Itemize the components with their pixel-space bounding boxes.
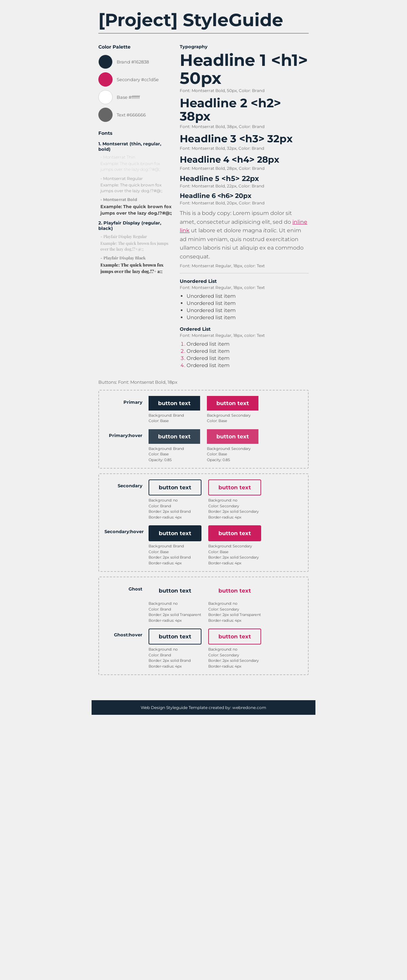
btn-item-ghost-brand: button text Background: noColor: BrandBo…: [149, 583, 201, 623]
buttons-font-note: Font: Montserrat Bold, 18px: [118, 379, 177, 385]
ghost-secondary-hover-desc: Background: noColor: SecondaryBorder: 2p…: [208, 646, 259, 669]
h6-sub: Font: Montserrat Bold, 20px, Color: Bran…: [180, 200, 309, 205]
secondary-secondary-hover-desc: Background: SecondaryColor: BaseBorder: …: [208, 543, 259, 566]
color-swatch-secondary: [98, 72, 112, 87]
footer: Web Design Styleguide Template created b…: [92, 700, 315, 715]
ghost-brand-desc: Background: noColor: BrandBorder: 2px so…: [149, 601, 201, 623]
button-group-ghost: Ghost button text Background: noColor: B…: [98, 577, 309, 675]
secondary-secondary-hover-button[interactable]: button text: [208, 525, 261, 541]
color-label-base: Base #ffffff: [117, 94, 140, 100]
primary-brand-hover-button[interactable]: button text: [149, 429, 200, 444]
primary-brand-desc: Background: BrandColor: Base: [149, 412, 184, 424]
color-item-base: Base #ffffff: [98, 90, 173, 104]
button-pair-ghost: button text Background: noColor: BrandBo…: [149, 583, 261, 623]
header-divider: [98, 33, 309, 33]
color-swatch-text: [98, 108, 112, 122]
font-variant-montserrat-thin: - Montserrat Thin: [100, 154, 173, 160]
ghost-brand-hover-button[interactable]: button text: [149, 628, 201, 644]
right-column: Typography Headline 1 <h1> 50px Font: Mo…: [180, 44, 309, 375]
fonts-title: Fonts: [98, 130, 173, 136]
font-variant-montserrat-regular: - Montserrat Regular: [100, 176, 173, 181]
list-item: Ordered list item: [187, 340, 309, 347]
h4-sub: Font: Montserrat Bold, 28px, Color: Bran…: [180, 166, 309, 171]
btn-item-secondary-secondary-hover: button text Background: SecondaryColor: …: [208, 525, 261, 566]
inline-link[interactable]: inline link: [180, 219, 307, 234]
ghost-label: Ghost: [105, 583, 149, 592]
font-example-montserrat-regular: Example: The quick brown fox jumps over …: [100, 182, 173, 194]
footer-text: Web Design Styleguide Template created b…: [141, 705, 266, 710]
h4-demo: Headline 4 <h4> 28px: [180, 154, 309, 165]
secondary-brand-desc: Background: noColor: BrandBorder: 2px so…: [149, 498, 191, 520]
primary-secondary-button[interactable]: button text: [207, 396, 258, 410]
btn-item-ghost-secondary-hover: button text Background: noColor: Seconda…: [208, 628, 261, 669]
btn-item-primary-secondary-hover: button text Background: SecondaryColor: …: [207, 429, 258, 463]
ghost-secondary-button[interactable]: button text: [208, 583, 261, 599]
ghost-brand-button[interactable]: button text: [149, 583, 201, 599]
button-row-ghost-hover: Ghost:hover button text Background: noCo…: [105, 628, 302, 669]
buttons-section: Buttons: Font: Montserrat Bold, 18px Pri…: [98, 379, 309, 675]
color-item-text: Text #666666: [98, 108, 173, 122]
list-item: Unordered list item: [187, 293, 309, 299]
body-divider: [180, 273, 309, 274]
button-row-primary: Primary button text Background: BrandCol…: [105, 396, 302, 424]
color-item-brand: Brand #162838: [98, 55, 173, 69]
typography-title: Typography: [180, 44, 309, 49]
secondary-brand-hover-button[interactable]: button text: [149, 525, 201, 541]
list-item: Unordered list item: [187, 307, 309, 313]
body-copy-sub: Font: Montserrat Regular, 18px, color: T…: [180, 263, 309, 268]
ordered-list-sub: Font: Montserrat Regular, 18px, color: T…: [180, 333, 309, 338]
font-group-playfair: 2. Playfair Display (regular, black) - P…: [98, 220, 173, 274]
left-column: Color Palette Brand #162838 Secondary #c…: [98, 44, 173, 278]
secondary-secondary-button[interactable]: button text: [208, 479, 261, 495]
primary-secondary-desc: Background: SecondaryColor: Base: [207, 412, 251, 424]
font-example-playfair-regular: Example: The quick brown fox jumps over …: [100, 240, 173, 252]
ordered-list-title: Ordered List: [180, 326, 309, 332]
button-row-secondary: Secondary button text Background: noColo…: [105, 479, 302, 520]
button-row-ghost: Ghost button text Background: noColor: B…: [105, 583, 302, 623]
btn-item-primary-secondary: button text Background: SecondaryColor: …: [207, 396, 258, 424]
list-item: Ordered list item: [187, 355, 309, 361]
buttons-label: Buttons: Font: Montserrat Bold, 18px: [98, 379, 309, 385]
color-swatch-base: [98, 90, 112, 104]
primary-secondary-hover-button[interactable]: button text: [207, 429, 258, 444]
unordered-list: Unordered list item Unordered list item …: [180, 293, 309, 321]
btn-item-primary-brand-hover: button text Background: BrandColor: Base…: [149, 429, 200, 463]
list-item: Unordered list item: [187, 314, 309, 321]
main-content: Color Palette Brand #162838 Secondary #c…: [98, 44, 309, 375]
ordered-list-section: Ordered List Font: Montserrat Regular, 1…: [180, 326, 309, 368]
font-variant-playfair-black: - Playfair Display Black: [100, 255, 173, 261]
primary-hover-label: Primary:hover: [105, 429, 149, 438]
ghost-secondary-hover-button[interactable]: button text: [208, 628, 261, 644]
color-label-secondary: Secondary #cc1d5e: [117, 77, 159, 82]
primary-secondary-hover-desc: Background: SecondaryColor: BaseOpacity:…: [207, 446, 251, 463]
button-pair-ghost-hover: button text Background: noColor: BrandBo…: [149, 628, 261, 669]
primary-brand-button[interactable]: button text: [149, 396, 200, 410]
list-item: Ordered list item: [187, 348, 309, 354]
secondary-hover-label: Secondary:hover: [105, 525, 149, 534]
button-row-primary-hover: Primary:hover button text Background: Br…: [105, 429, 302, 463]
font-variant-playfair-regular: - Playfair Display Regular: [100, 234, 173, 239]
ghost-secondary-desc: Background: noColor: SecondaryBorder: 2p…: [208, 601, 261, 623]
button-group-secondary: Secondary button text Background: noColo…: [98, 473, 309, 572]
primary-brand-hover-desc: Background: BrandColor: BaseOpacity: 0.8…: [149, 446, 184, 463]
buttons-heading: Buttons:: [98, 379, 118, 385]
secondary-label: Secondary: [105, 479, 149, 488]
h1-demo: Headline 1 <h1> 50px: [180, 51, 309, 87]
font-variant-montserrat-bold: - Montserrat Bold: [100, 197, 173, 202]
h2-sub: Font: Montserrat Bold, 38px, Color: Bran…: [180, 124, 309, 129]
h3-demo: Headline 3 <h3> 32px: [180, 132, 309, 145]
button-pair-primary-hover: button text Background: BrandColor: Base…: [149, 429, 258, 463]
color-palette-section: Color Palette Brand #162838 Secondary #c…: [98, 44, 173, 122]
font-group-montserrat: 1. Montserrat (thin, regular, bold) - Mo…: [98, 141, 173, 216]
color-item-secondary: Secondary #cc1d5e: [98, 72, 173, 87]
button-row-secondary-hover: Secondary:hover button text Background: …: [105, 525, 302, 566]
color-swatch-brand: [98, 55, 112, 69]
btn-item-secondary-brand-hover: button text Background: BrandColor: Base…: [149, 525, 201, 566]
unordered-list-sub: Font: Montserrat Regular, 18px, color: T…: [180, 285, 309, 290]
secondary-brand-button[interactable]: button text: [149, 479, 201, 495]
btn-item-ghost-secondary: button text Background: noColor: Seconda…: [208, 583, 261, 623]
page-header: [Project] StyleGuide: [98, 0, 309, 44]
list-item: Ordered list item: [187, 362, 309, 368]
font-example-playfair-black: Example: The quick brown fox jumps over …: [100, 262, 173, 274]
ghost-brand-hover-desc: Background: noColor: BrandBorder: 2px so…: [149, 646, 191, 669]
